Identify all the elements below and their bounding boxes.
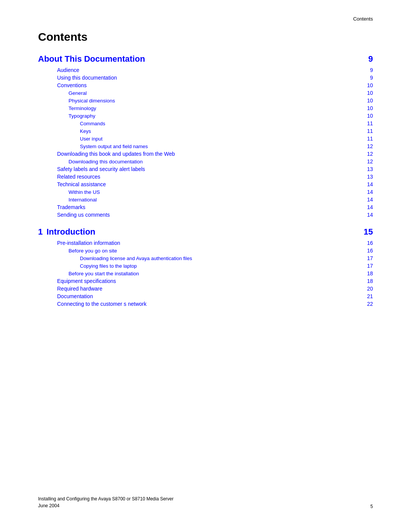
toc-item-label[interactable]: Before you go on site <box>68 248 117 254</box>
toc-item-label[interactable]: User input <box>80 136 102 142</box>
toc-item-page: 9 <box>364 67 373 73</box>
toc-item-label[interactable]: Safety labels and security alert labels <box>57 166 145 172</box>
toc-item-label[interactable]: Equipment specifications <box>57 278 116 284</box>
toc-item-page: 12 <box>364 151 373 157</box>
header-label: Contents <box>353 16 373 22</box>
toc-item-page: 10 <box>364 90 373 96</box>
toc-item-page: 10 <box>364 97 373 104</box>
toc-item-page: 10 <box>364 82 373 88</box>
chapter-page: 9 <box>364 54 373 64</box>
toc-item-label[interactable]: Required hardware <box>57 286 102 292</box>
toc-item-page: 16 <box>364 240 373 246</box>
toc-entry: Conventions10 <box>38 82 373 88</box>
toc-item-page: 14 <box>364 204 373 210</box>
toc-item-label[interactable]: Downloading license and Avaya authentica… <box>80 256 192 261</box>
toc-item-label[interactable]: Documentation <box>57 293 93 299</box>
toc-item-label[interactable]: System output and field names <box>80 144 148 149</box>
toc-item-label[interactable]: Downloading this documentation <box>68 159 143 165</box>
toc-entry: User input11 <box>38 136 373 142</box>
footer-page-number: 5 <box>370 504 373 509</box>
chapter-label: 1Introduction <box>38 227 96 237</box>
toc-item-page: 18 <box>364 270 373 276</box>
toc-item-label[interactable]: Using this documentation <box>57 75 117 81</box>
toc-entry: Documentation21 <box>38 293 373 299</box>
toc-entry: Physical dimensions10 <box>38 97 373 104</box>
toc-item-label[interactable]: Audience <box>57 67 79 73</box>
toc-item-page: 17 <box>364 263 373 269</box>
header-right: Contents <box>353 16 373 22</box>
toc-entry: General10 <box>38 90 373 96</box>
toc-item-page: 10 <box>364 105 373 111</box>
toc-item-page: 10 <box>364 113 373 119</box>
toc-item-label[interactable]: Terminology <box>68 105 96 111</box>
toc-item-page: 13 <box>364 166 373 172</box>
toc-entry: 1Introduction15 <box>38 227 373 237</box>
chapter-page: 15 <box>364 227 373 237</box>
toc-item-page: 16 <box>364 248 373 254</box>
toc-entry: System output and field names12 <box>38 143 373 149</box>
toc-item-page: 14 <box>364 189 373 195</box>
toc-entry: Required hardware20 <box>38 286 373 292</box>
toc-entry: Before you go on site16 <box>38 248 373 254</box>
toc-entry: Audience9 <box>38 67 373 73</box>
footer-left: Installing and Configuring the Avaya S87… <box>38 495 174 509</box>
toc-entry: Equipment specifications18 <box>38 278 373 284</box>
footer-line1: Installing and Configuring the Avaya S87… <box>38 495 174 502</box>
toc-item-label[interactable]: Pre-installation information <box>57 240 120 246</box>
toc-entry: Within the US14 <box>38 189 373 195</box>
toc-item-label[interactable]: Before you start the installation <box>68 271 139 276</box>
toc-item-page: 22 <box>364 301 373 307</box>
toc-entry: Before you start the installation18 <box>38 270 373 276</box>
toc-item-page: 14 <box>364 212 373 218</box>
toc-entry: Downloading this documentation12 <box>38 158 373 165</box>
toc-item-page: 12 <box>364 158 373 165</box>
toc-item-page: 11 <box>364 120 373 126</box>
toc-item-page: 20 <box>364 286 373 292</box>
footer-line2: June 2004 <box>38 502 174 509</box>
toc-item-page: 17 <box>364 255 373 261</box>
toc-item-label[interactable]: Typography <box>68 113 96 119</box>
toc-item-page: 13 <box>364 174 373 180</box>
toc-item-label[interactable]: Physical dimensions <box>68 98 115 104</box>
toc-item-label[interactable]: Trademarks <box>57 204 85 210</box>
toc-entry: Keys11 <box>38 128 373 134</box>
toc-item-page: 14 <box>364 197 373 203</box>
toc-item-label[interactable]: General <box>68 90 87 96</box>
toc-item-label[interactable]: Within the US <box>68 189 100 195</box>
toc-entry: Downloading license and Avaya authentica… <box>38 255 373 261</box>
page-title: Contents <box>38 30 373 43</box>
toc-item-page: 11 <box>364 128 373 134</box>
toc-item-label[interactable]: Downloading this book and updates from t… <box>57 151 175 157</box>
toc-item-page: 18 <box>364 278 373 284</box>
toc-item-label[interactable]: Conventions <box>57 82 87 88</box>
toc-entry: Technical assistance14 <box>38 181 373 187</box>
toc-item-page: 14 <box>364 181 373 187</box>
toc-item-label[interactable]: Related resources <box>57 174 100 180</box>
toc-item-label[interactable]: Technical assistance <box>57 181 106 187</box>
toc-item-label[interactable]: Connecting to the customer s network <box>57 301 147 307</box>
toc-entry: Trademarks14 <box>38 204 373 210</box>
toc-item-label[interactable]: Sending us comments <box>57 212 110 218</box>
toc-entry: Pre-installation information16 <box>38 240 373 246</box>
toc-item-label[interactable]: Keys <box>80 128 91 134</box>
toc-item-page: 12 <box>364 143 373 149</box>
footer: Installing and Configuring the Avaya S87… <box>38 495 373 509</box>
toc-item-label[interactable]: Copying files to the laptop <box>80 263 137 269</box>
toc-entry: Safety labels and security alert labels1… <box>38 166 373 172</box>
toc-item-label[interactable]: Commands <box>80 121 105 126</box>
toc-entry: International14 <box>38 197 373 203</box>
toc-entry: Sending us comments14 <box>38 212 373 218</box>
chapter-number: 1 <box>38 227 43 237</box>
toc-entry: Commands11 <box>38 120 373 126</box>
toc-entry: Using this documentation9 <box>38 75 373 81</box>
toc-item-label[interactable]: International <box>68 197 97 203</box>
toc-item-page: 21 <box>364 293 373 299</box>
page-container: Contents Contents About This Documentati… <box>0 0 411 532</box>
toc-entry: Terminology10 <box>38 105 373 111</box>
toc-item-page: 9 <box>364 75 373 81</box>
chapter-title: About This Documentation <box>38 54 145 64</box>
toc-item-page: 11 <box>364 136 373 142</box>
toc-section: About This Documentation9Audience9Using … <box>38 54 373 307</box>
toc-entry: Connecting to the customer s network22 <box>38 301 373 307</box>
chapter-label: About This Documentation <box>38 54 145 64</box>
